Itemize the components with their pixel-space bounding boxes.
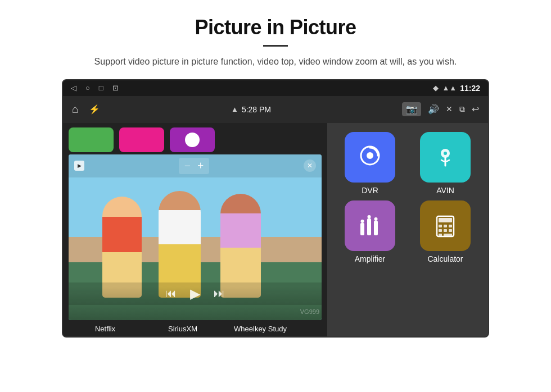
pip-zoom-controls: − + [179, 158, 210, 174]
avin-svg [431, 143, 459, 171]
svg-rect-20 [444, 234, 452, 236]
recents-nav-icon[interactable]: □ [99, 84, 103, 93]
svg-rect-13 [439, 225, 442, 227]
person-2 [159, 191, 201, 298]
pip-record-indicator: ▶ [74, 161, 84, 171]
svg-rect-7 [374, 221, 378, 235]
watermark: VG999 [300, 308, 319, 315]
status-bar: ◁ ○ □ ⊡ ◆ ▲▲ 11:22 [63, 80, 488, 96]
main-content: ▶ − + ✕ ⏮ ▶ ⏭ Netflix [63, 123, 488, 336]
amplifier-svg [356, 212, 384, 240]
svg-rect-14 [444, 225, 447, 227]
svg-rect-18 [449, 229, 452, 232]
svg-point-1 [367, 152, 373, 159]
pip-close-button[interactable]: ✕ [304, 159, 316, 172]
svg-point-9 [368, 215, 371, 218]
app-label-netflix: Netflix [69, 325, 142, 333]
siriusxm-label: SiriusXM [168, 325, 197, 333]
app-bar-center: ▲ 5:28 PM [231, 105, 271, 114]
pip-area: ▶ − + ✕ ⏮ ▶ ⏭ Netflix [63, 123, 327, 336]
status-right: ◆ ▲▲ 11:22 [433, 84, 480, 93]
volume-icon[interactable]: 🔊 [428, 104, 439, 115]
app-bar-time: 5:28 PM [242, 105, 271, 114]
amplifier-icon[interactable] [345, 200, 395, 251]
app-bar-left: ⌂ ⚡ [72, 103, 100, 116]
avin-label: AVIN [436, 186, 454, 195]
page-header: Picture in Picture Support video picture… [0, 0, 551, 79]
avin-icon[interactable] [420, 132, 471, 183]
app-bar-right: 📷 🔊 ✕ ⧉ ↩ [402, 102, 479, 116]
calculator-svg [431, 212, 459, 240]
home-icon[interactable]: ⌂ [72, 103, 79, 116]
pip-controls: ▶ − + ✕ [69, 154, 322, 177]
app-grid-amplifier[interactable]: Amplifier [335, 200, 405, 263]
back-nav-icon[interactable]: ◁ [71, 84, 76, 93]
svg-rect-19 [439, 234, 442, 236]
page-title: Picture in Picture [34, 16, 517, 39]
svg-rect-5 [360, 223, 364, 235]
app-icon-netflix[interactable] [69, 127, 114, 152]
dvr-svg [356, 143, 384, 171]
amplifier-label: Amplifier [355, 254, 385, 263]
zoom-plus-button[interactable]: + [197, 159, 204, 172]
zoom-minus-button[interactable]: − [184, 159, 191, 172]
app-grid-dvr[interactable]: DVR [335, 132, 405, 195]
wifi-signal-icon: ▲ [231, 105, 238, 113]
svg-rect-16 [439, 229, 442, 232]
home-nav-icon[interactable]: ○ [85, 84, 90, 93]
calculator-icon[interactable] [420, 200, 471, 251]
dvr-icon[interactable] [345, 132, 395, 183]
app-icons-top [63, 123, 327, 154]
page-subtitle: Support video picture in picture functio… [34, 54, 517, 69]
usb-icon[interactable]: ⚡ [89, 104, 100, 115]
status-left: ◁ ○ □ ⊡ [71, 84, 119, 93]
play-pause-button[interactable]: ▶ [190, 286, 200, 302]
app-icon-siriusxm[interactable] [119, 127, 164, 152]
svg-rect-17 [444, 229, 447, 232]
close-icon[interactable]: ✕ [446, 104, 453, 114]
camera-button[interactable]: 📷 [402, 102, 421, 116]
app-label-siriusxm: SiriusXM [146, 325, 219, 333]
screenshot-icon[interactable]: ⊡ [112, 84, 119, 93]
back-icon[interactable]: ↩ [472, 104, 479, 115]
app-grid-calculator[interactable]: Calculator [410, 200, 480, 263]
app-grid-panel: DVR AVIN [327, 123, 488, 336]
status-time: 11:22 [460, 84, 480, 93]
calculator-label: Calculator [427, 254, 463, 263]
wheelkey-label: Wheelkey Study [234, 325, 287, 333]
location-icon: ◆ [433, 84, 439, 92]
rewind-button[interactable]: ⏮ [165, 287, 177, 300]
pip-playback: ⏮ ▶ ⏭ [69, 282, 322, 305]
dvr-label: DVR [362, 186, 378, 195]
svg-point-4 [444, 152, 447, 155]
title-divider [263, 45, 288, 47]
app-bar: ⌂ ⚡ ▲ 5:28 PM 📷 🔊 ✕ ⧉ ↩ [63, 96, 488, 123]
svg-point-10 [374, 217, 378, 221]
device-frame: ◁ ○ □ ⊡ ◆ ▲▲ 11:22 ⌂ ⚡ ▲ 5:28 PM 📷 🔊 ✕ ⧉… [62, 79, 489, 338]
svg-rect-6 [367, 218, 371, 235]
svg-rect-15 [449, 225, 452, 227]
app-grid-avin[interactable]: AVIN [410, 132, 480, 195]
app-label-wheelkey: Wheelkey Study [224, 325, 297, 333]
svg-point-8 [361, 220, 364, 223]
app-icon-wheelkey[interactable] [170, 127, 215, 152]
fast-forward-button[interactable]: ⏭ [214, 287, 225, 300]
app-icons-bottom: Netflix SiriusXM Wheelkey Study [63, 321, 327, 336]
netflix-label: Netflix [95, 325, 115, 333]
svg-rect-12 [439, 218, 452, 222]
pip-icon[interactable]: ⧉ [459, 105, 465, 114]
signal-icon: ▲▲ [442, 84, 457, 92]
